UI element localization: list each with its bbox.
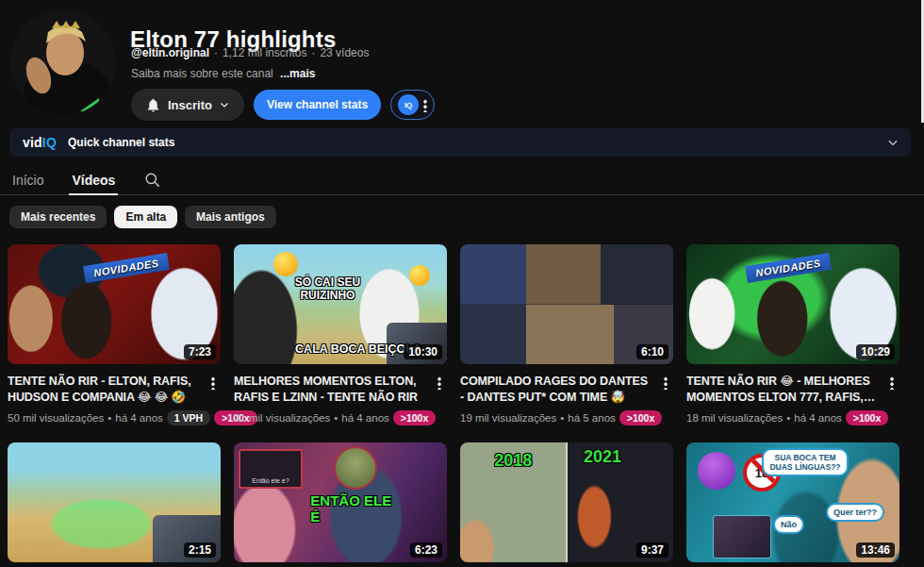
chip-em-alta[interactable]: Em alta	[114, 206, 177, 228]
video-grid: NOVIDADES 7:23 TENTE NÃO RIR - ELTON, RA…	[8, 244, 916, 562]
view-channel-stats-button[interactable]: View channel stats	[254, 90, 381, 120]
meta-dot: •	[334, 412, 338, 424]
video-card: NOVIDADES 10:29 TENTE NÃO RIR 😂 - MELHOR…	[686, 244, 899, 427]
view-count: 18 mil visualizações	[686, 412, 783, 424]
chevron-down-icon	[219, 99, 230, 110]
speech-bubble: SUA BOCA TEM DUAS LÍNGUAS??	[762, 448, 849, 476]
video-menu-button[interactable]	[206, 374, 221, 427]
video-thumbnail[interactable]: 2:15	[8, 442, 221, 562]
subscribed-button[interactable]: Inscrito	[131, 89, 244, 121]
laughing-emoji-icon	[273, 252, 298, 276]
video-meta: 21 mil visualizações • há 4 anos >100x	[234, 410, 428, 425]
meta-separator: ·	[311, 46, 315, 59]
video-menu-button[interactable]	[658, 374, 673, 427]
kebab-menu-icon	[890, 375, 894, 390]
view-count: 50 mil visualizações	[8, 412, 104, 424]
thumbnail-caption: CALA BOCA BEIÇOLA	[295, 342, 421, 356]
channel-meta: @eltin.original · 1,12 mil inscritos · 2…	[131, 46, 369, 59]
vph-badge: 1 VPH	[167, 410, 210, 425]
kebab-menu-icon	[423, 98, 427, 112]
video-title[interactable]: TENTE NÃO RIR - ELTON, RAFIS, HUDSON E C…	[8, 374, 202, 406]
speech-bubble: Quer ter??	[826, 503, 884, 522]
vidiq-logo-icon: IQ	[398, 94, 419, 115]
view-count: 21 mil visualizações	[234, 412, 330, 424]
speech-bubble: Não	[773, 515, 804, 534]
vidiq-menu-button[interactable]: IQ	[390, 90, 435, 120]
video-duration: 7:23	[184, 344, 216, 359]
video-thumbnail[interactable]: NOVIDADES 10:29	[686, 244, 899, 364]
video-age: há 4 anos	[341, 412, 389, 424]
bell-icon	[145, 97, 161, 113]
multiplier-badge: >100x	[619, 410, 663, 425]
vidiq-wordmark: vidIQ	[23, 135, 57, 150]
thumbnail-circle-inset	[334, 446, 377, 490]
tab-videos[interactable]: Vídeos	[72, 165, 115, 194]
view-count: 19 mil visualizações	[460, 412, 556, 424]
channel-search-button[interactable]	[143, 171, 161, 189]
channel-handle: @eltin.original	[131, 46, 209, 59]
video-duration: 10:30	[404, 344, 442, 359]
thumbnail-caption: ENTÃO ELE É	[310, 492, 395, 525]
search-icon	[143, 171, 161, 189]
meta-dot: •	[786, 412, 790, 424]
meta-dot: •	[107, 412, 111, 424]
video-card: 18 SUA BOCA TEM DUAS LÍNGUAS?? Não Quer …	[686, 442, 899, 562]
kebab-menu-icon	[437, 375, 441, 390]
thumbnail-banner-text: NOVIDADES	[745, 253, 832, 283]
chevron-down-icon[interactable]	[886, 136, 899, 149]
description-text: Saiba mais sobre este canal	[131, 67, 273, 80]
video-age: há 4 anos	[115, 412, 163, 424]
meta-dot: •	[560, 412, 564, 424]
video-card: 6:10 COMPILADO RAGES DO DANTES - DANTES …	[460, 244, 673, 427]
thumbnail-inset-caption: Então ele é?	[239, 449, 303, 489]
channel-tabs: Início Vídeos	[0, 165, 924, 195]
video-thumbnail[interactable]: Então ele é? ENTÃO ELE É 6:23	[234, 442, 447, 562]
thumbnail-year-label: 2018	[494, 451, 532, 471]
meta-separator: ·	[214, 46, 218, 59]
multiplier-badge: >100x	[846, 410, 889, 425]
subscribed-label: Inscrito	[168, 98, 212, 112]
video-title[interactable]: MELHORES MOMENTOS ELTON, RAFIS E LZINN -…	[234, 374, 428, 406]
multiplier-badge: >100x	[393, 410, 437, 425]
video-card: 2:15	[8, 442, 221, 562]
video-duration: 2:15	[184, 542, 216, 558]
avatar-image	[10, 9, 116, 115]
video-title[interactable]: TENTE NÃO RIR 😂 - MELHORES MOMENTOS ELTO…	[686, 374, 881, 406]
chip-mais-antigos[interactable]: Mais antigos	[185, 206, 276, 228]
channel-description: Saiba mais sobre este canal ...mais	[131, 67, 315, 80]
thumbnail-year-label: 2021	[584, 447, 621, 467]
video-duration: 9:37	[636, 542, 668, 558]
video-card: Então ele é? ENTÃO ELE É 6:23	[234, 442, 447, 562]
video-meta: 18 mil visualizações • há 4 anos >100x	[686, 410, 881, 425]
channel-avatar	[10, 9, 116, 115]
laughing-emoji-icon	[409, 265, 430, 286]
video-thumbnail[interactable]: 18 SUA BOCA TEM DUAS LÍNGUAS?? Não Quer …	[686, 442, 899, 562]
vidiq-bar-label: Quick channel stats	[68, 136, 174, 149]
video-thumbnail[interactable]: NOVIDADES 7:23	[8, 244, 221, 364]
webcam-inset	[713, 515, 771, 559]
kebab-menu-icon	[211, 375, 215, 390]
video-meta: 19 mil visualizações • há 5 anos >100x	[460, 410, 654, 425]
tab-inicio[interactable]: Início	[12, 165, 43, 194]
video-menu-button[interactable]	[432, 374, 447, 427]
thumbnail-banner-text: NOVIDADES	[84, 253, 171, 283]
video-duration: 10:29	[856, 344, 895, 359]
video-duration: 13:46	[856, 542, 895, 558]
video-thumbnail[interactable]: SÓ CAI SEU RUIZINHO CALA BOCA BEIÇOLA 10…	[234, 244, 447, 364]
video-thumbnail[interactable]: 2018 2021 9:37	[460, 442, 673, 562]
devil-emoji-icon	[698, 452, 735, 490]
thumbnail-caption: SÓ CAI SEU RUIZINHO	[285, 275, 370, 302]
video-count: 23 vídeos	[320, 46, 369, 59]
video-duration: 6:23	[410, 542, 442, 558]
video-age: há 4 anos	[794, 412, 842, 424]
video-thumbnail[interactable]: 6:10	[460, 244, 673, 364]
video-title[interactable]: COMPILADO RAGES DO DANTES - DANTES PUT* …	[460, 374, 654, 406]
kebab-menu-icon	[664, 375, 668, 390]
channel-actions: Inscrito View channel stats IQ	[131, 89, 435, 121]
chip-mais-recentes[interactable]: Mais recentes	[9, 206, 107, 228]
video-meta: 50 mil visualizações • há 4 anos 1 VPH >…	[8, 410, 202, 425]
video-card: 2018 2021 9:37	[460, 442, 673, 562]
video-menu-button[interactable]	[884, 374, 899, 427]
more-link[interactable]: ...mais	[280, 67, 315, 80]
video-card: NOVIDADES 7:23 TENTE NÃO RIR - ELTON, RA…	[8, 244, 221, 427]
